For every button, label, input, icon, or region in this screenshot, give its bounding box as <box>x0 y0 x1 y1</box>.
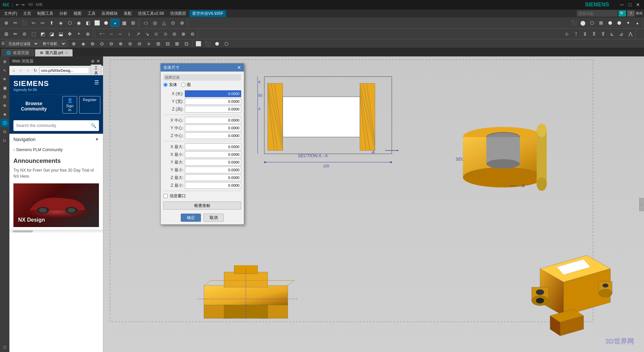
nav-refresh-btn[interactable]: ↻ <box>32 67 38 74</box>
dialog-ok-button[interactable]: 确定 <box>181 214 201 222</box>
y-min-input[interactable] <box>185 167 241 173</box>
r2-btn-4[interactable]: ⬚ <box>29 30 38 38</box>
radio-face[interactable] <box>181 83 185 87</box>
r2-btn-9[interactable]: ⌖ <box>74 30 83 38</box>
browser-close-icon[interactable]: ✕ <box>96 58 100 64</box>
lt-btn-settings[interactable]: ⚙ <box>1 58 9 66</box>
register-button[interactable]: Register <box>79 96 100 114</box>
r2-btn-18[interactable]: ⊃ <box>161 30 170 38</box>
nav-forward-btn[interactable]: → <box>25 67 31 74</box>
browser-scrollbar-h[interactable] <box>9 230 103 232</box>
close-button[interactable]: ✕ <box>635 1 641 8</box>
lt-btn-view[interactable]: 👁 <box>1 75 9 83</box>
tool-btn-14[interactable]: ▦ <box>120 19 128 27</box>
tool-right-3[interactable]: ⬡ <box>588 19 596 27</box>
menu-view[interactable]: 视图 <box>71 10 84 17</box>
tool-right-8[interactable]: ⬥ <box>633 19 642 27</box>
cad-viewport[interactable]: SECTION A - A 120 50 4 4 A <box>103 56 644 352</box>
r2-btn-7[interactable]: ⬓ <box>56 30 65 38</box>
hamburger-menu-icon[interactable]: ☰ <box>94 79 99 86</box>
menu-haoqiang-layer[interactable]: 浩强图层 <box>167 10 189 17</box>
browser-detach-icon[interactable]: ⊞ <box>91 59 94 63</box>
x-center-input[interactable] <box>185 117 241 124</box>
tool-btn-4[interactable]: ⇦ <box>29 19 38 27</box>
r2-btn-14[interactable]: ↕ <box>125 30 133 38</box>
dialog-cancel-button[interactable]: 取消 <box>204 214 224 222</box>
x-min-input[interactable] <box>185 151 241 158</box>
radio-solid[interactable] <box>163 83 168 87</box>
nx-design-card[interactable]: NX Design <box>13 183 99 227</box>
z-max-input[interactable] <box>185 174 241 181</box>
nav-home-btn[interactable]: ⌂ <box>11 67 16 74</box>
y-wide-input[interactable] <box>185 98 241 105</box>
snap-btn-4[interactable]: ⊙ <box>98 40 106 48</box>
tool-right-5[interactable]: ⬢ <box>606 19 614 27</box>
r2-btn-5[interactable]: ◩ <box>38 30 47 38</box>
snap-btn-7[interactable]: ⊘ <box>126 40 135 48</box>
view-btn-3[interactable]: ⬢ <box>213 40 221 48</box>
r2-right-4[interactable]: ⊼ <box>590 30 598 38</box>
breadcrumb-back-icon[interactable]: ‹ <box>13 147 15 152</box>
lt-btn-assemble[interactable]: ⊕ <box>1 101 9 109</box>
snap-btn-8[interactable]: ⊝ <box>135 40 144 48</box>
menu-home[interactable]: 主页 <box>20 10 34 17</box>
y-max-input[interactable] <box>185 159 241 166</box>
z-high-input[interactable] <box>185 106 241 113</box>
tool-btn-3[interactable]: ⬛ <box>20 19 29 27</box>
radio-solid-label[interactable]: 实体 <box>163 82 177 88</box>
r2-btn-20[interactable]: ⊗ <box>179 30 188 38</box>
dialog-close-button[interactable]: ✕ <box>237 65 241 70</box>
r2-btn-13[interactable]: ↔ <box>116 30 124 38</box>
lt-btn-select[interactable]: ↖ <box>1 67 9 75</box>
browse-community-button[interactable]: Browse Community <box>9 99 58 114</box>
menu-xingkong[interactable]: 星空外挂V6.935F <box>190 10 226 17</box>
y-center-input[interactable] <box>185 125 241 131</box>
snap-btn-13[interactable]: ⊡ <box>182 40 191 48</box>
select-filter[interactable]: 无选择过滤器 实体 面 <box>5 40 39 47</box>
r2-btn-11[interactable]: ⬸ <box>98 30 106 38</box>
tool-right-4[interactable]: ⊠ <box>597 19 605 27</box>
x-long-input[interactable] <box>185 90 241 97</box>
redo-icon[interactable]: ↪ <box>21 3 24 7</box>
r2-right-7[interactable]: ⊿ <box>617 30 626 38</box>
tool-btn-1[interactable]: ⊕ <box>2 19 11 27</box>
menu-modules[interactable]: 应用模块 <box>99 10 120 17</box>
r2-btn-21[interactable]: ⊖ <box>188 30 197 38</box>
search-function-button[interactable]: 🔍 <box>619 10 626 16</box>
url-bar[interactable] <box>40 67 89 74</box>
nav-back-btn[interactable]: ← <box>18 67 23 74</box>
r2-right-8[interactable]: ⋀ <box>626 30 635 38</box>
snap-btn-11[interactable]: ⊟ <box>163 40 172 48</box>
r2-btn-19[interactable]: ⊝ <box>170 30 179 38</box>
menu-haoqiang[interactable]: 浩强工具v2.58 <box>135 10 166 17</box>
snap-btn-12[interactable]: ⊠ <box>173 40 181 48</box>
r2-btn-15[interactable]: ↗ <box>134 30 143 38</box>
tool-btn-15[interactable]: ⊞ <box>129 19 138 27</box>
snap-btn-10[interactable]: ⊞ <box>154 40 163 48</box>
view-btn-2[interactable]: ⬛ <box>203 40 212 48</box>
lt-btn-browser[interactable]: 🌐 <box>1 119 9 127</box>
tab-part[interactable]: ⚙ 第六题.prt ✕ <box>35 49 73 56</box>
tutorial-link[interactable]: 教程 <box>636 11 643 16</box>
community-search-button[interactable]: 🔍 <box>88 120 99 131</box>
r2-right-2[interactable]: ⊺ <box>572 30 580 38</box>
menu-assembly[interactable]: 装配 <box>121 10 135 17</box>
sign-in-button[interactable]: 👤 Sign In <box>62 96 77 114</box>
snap-btn-9[interactable]: ∔ <box>145 40 153 48</box>
r2-btn-1[interactable]: ⊞ <box>2 30 11 38</box>
tool-btn-6[interactable]: ⬆ <box>47 19 56 27</box>
r2-btn-16[interactable]: ↘ <box>143 30 152 38</box>
tool-btn-8[interactable]: ⬡ <box>65 19 74 27</box>
h-scroll-thumb[interactable] <box>13 230 33 232</box>
tool-btn-19[interactable]: ⊙ <box>169 19 177 27</box>
tool-btn-9[interactable]: ◉ <box>74 19 83 27</box>
r2-btn-10[interactable]: ⊕ <box>84 30 92 38</box>
snap-btn-2[interactable]: ◈ <box>79 40 88 48</box>
tool-btn-18[interactable]: △ <box>160 19 168 27</box>
r2-right-1[interactable]: ⊹ <box>562 30 571 38</box>
right-collapse-button[interactable]: › <box>639 198 644 211</box>
r2-btn-2[interactable]: ✏ <box>11 30 20 38</box>
r2-btn-17[interactable]: ⊂ <box>152 30 161 38</box>
tool-right-2[interactable]: ⬤ <box>579 19 587 27</box>
navigation-chevron-icon[interactable]: ▼ <box>95 137 99 142</box>
